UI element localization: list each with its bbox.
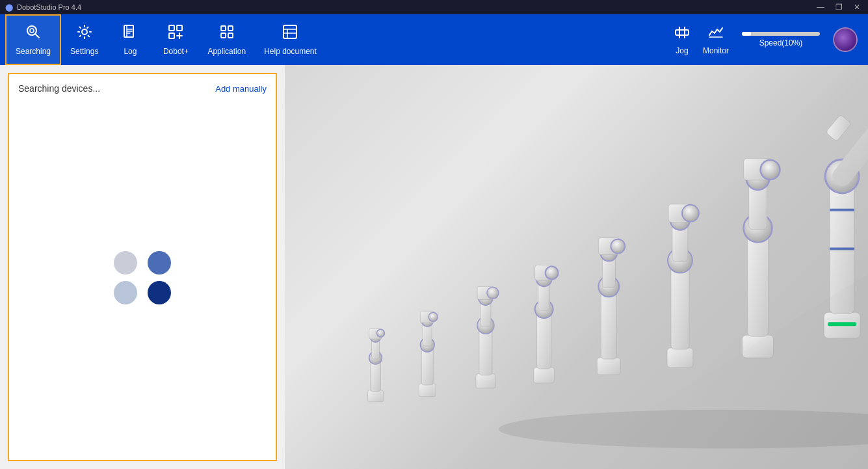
settings-icon (76, 23, 93, 44)
nav-item-searching[interactable]: Searching (5, 14, 61, 65)
svg-rect-70 (748, 228, 769, 336)
app-title: ⬤ DobotStudio Pro 4.4 (5, 3, 81, 12)
dot-3 (114, 281, 137, 304)
searching-icon (25, 23, 42, 44)
speed-slider-fill (742, 32, 751, 36)
searching-label: Searching (16, 47, 51, 56)
svg-rect-79 (830, 248, 854, 250)
svg-rect-34 (419, 384, 436, 397)
add-manually-button[interactable]: Add manually (215, 84, 267, 94)
svg-point-33 (377, 329, 385, 337)
svg-rect-48 (534, 368, 555, 383)
dots-row-1 (114, 251, 171, 275)
device-panel-title: Searching devices... (18, 83, 100, 94)
help-label: Help document (264, 47, 317, 56)
speed-slider[interactable] (742, 32, 820, 36)
minimize-button[interactable]: — (815, 3, 826, 12)
svg-rect-10 (177, 25, 182, 31)
dot-4 (148, 281, 171, 304)
svg-point-75 (761, 160, 780, 180)
svg-rect-15 (221, 33, 226, 38)
svg-rect-22 (676, 30, 689, 35)
nav-item-application[interactable]: Application (198, 14, 255, 65)
nav-monitor[interactable]: Monitor (703, 25, 729, 55)
svg-point-2 (30, 29, 34, 33)
jog-label: Jog (676, 46, 688, 55)
nav-item-dobot-plus[interactable]: Dobot+ (153, 14, 198, 65)
svg-rect-41 (476, 374, 495, 388)
svg-rect-55 (597, 358, 620, 375)
dot-1 (114, 251, 137, 275)
nav-jog[interactable]: Jog (674, 25, 690, 55)
window-controls: — ❐ ✕ (815, 3, 863, 12)
monitor-label: Monitor (703, 46, 729, 55)
app-icon: ⬤ (5, 3, 13, 12)
svg-rect-17 (228, 33, 233, 38)
svg-point-47 (487, 287, 499, 299)
svg-rect-84 (826, 114, 852, 142)
dobot-plus-label: Dobot+ (163, 47, 189, 56)
monitor-icon (708, 25, 724, 44)
nav-items: Searching Settings (5, 14, 674, 65)
robot-scene-area (285, 65, 868, 469)
dots-row-2 (114, 281, 171, 304)
speed-label: Speed(10%) (759, 38, 803, 47)
svg-point-3 (82, 29, 87, 34)
settings-label: Settings (70, 47, 98, 56)
svg-point-54 (546, 267, 559, 280)
log-label: Log (124, 47, 137, 56)
dobot-plus-icon (167, 23, 184, 44)
device-panel: Searching devices... Add manually (8, 73, 277, 461)
robot-arms-svg (285, 65, 868, 469)
svg-line-1 (35, 34, 39, 38)
navbar: Searching Settings (0, 14, 868, 65)
svg-rect-80 (830, 209, 854, 211)
svg-rect-14 (221, 26, 226, 31)
svg-rect-18 (283, 25, 296, 38)
app-title-text: DobotStudio Pro 4.4 (17, 3, 81, 11)
user-avatar[interactable] (833, 27, 858, 52)
nav-item-settings[interactable]: Settings (61, 14, 107, 65)
svg-rect-9 (169, 25, 174, 31)
title-bar: ⬤ DobotStudio Pro 4.4 — ❐ ✕ (0, 0, 868, 14)
svg-rect-11 (169, 33, 174, 38)
left-panel: Searching devices... Add manually (0, 65, 285, 469)
nav-right: Jog Monitor Speed(10%) (674, 25, 858, 55)
loading-indicator (18, 104, 267, 451)
svg-rect-62 (667, 348, 693, 368)
log-icon (122, 23, 138, 44)
device-panel-header: Searching devices... Add manually (18, 83, 267, 94)
main-content: Searching devices... Add manually (0, 65, 868, 469)
svg-point-40 (428, 312, 438, 321)
help-icon (282, 23, 298, 44)
svg-point-68 (682, 205, 699, 222)
jog-icon (674, 25, 690, 44)
nav-item-log[interactable]: Log (107, 14, 153, 65)
dot-2 (148, 251, 171, 275)
svg-rect-27 (368, 390, 384, 402)
maximize-button[interactable]: ❐ (833, 3, 845, 12)
close-button[interactable]: ✕ (851, 3, 863, 12)
svg-rect-63 (671, 261, 689, 350)
svg-point-61 (611, 239, 625, 254)
svg-rect-16 (228, 26, 233, 31)
nav-item-help[interactable]: Help document (255, 14, 326, 65)
application-label: Application (207, 47, 246, 56)
application-icon (218, 23, 235, 44)
speed-control[interactable]: Speed(10%) (742, 32, 820, 47)
